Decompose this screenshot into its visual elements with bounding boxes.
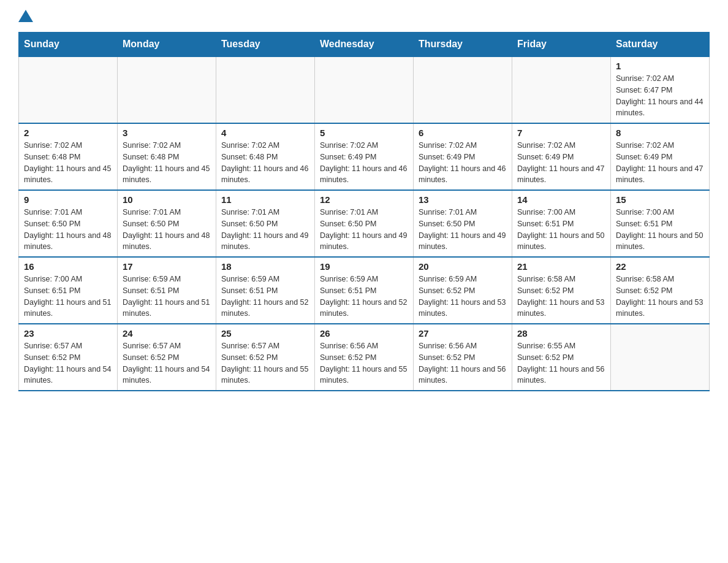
- calendar-cell: 11Sunrise: 7:01 AM Sunset: 6:50 PM Dayli…: [216, 190, 315, 257]
- day-info: Sunrise: 7:02 AM Sunset: 6:49 PM Dayligh…: [320, 140, 408, 186]
- calendar-week-row: 9Sunrise: 7:01 AM Sunset: 6:50 PM Daylig…: [19, 190, 710, 257]
- day-info: Sunrise: 7:02 AM Sunset: 6:48 PM Dayligh…: [24, 140, 112, 186]
- day-number: 26: [320, 328, 408, 339]
- calendar-cell: [216, 56, 315, 123]
- calendar-cell: 3Sunrise: 7:02 AM Sunset: 6:48 PM Daylig…: [118, 123, 216, 190]
- day-info: Sunrise: 7:01 AM Sunset: 6:50 PM Dayligh…: [24, 207, 112, 253]
- calendar-cell: 20Sunrise: 6:59 AM Sunset: 6:52 PM Dayli…: [414, 257, 512, 324]
- day-number: 22: [616, 261, 704, 272]
- day-info: Sunrise: 6:57 AM Sunset: 6:52 PM Dayligh…: [24, 340, 112, 386]
- day-number: 13: [419, 194, 507, 205]
- day-info: Sunrise: 6:59 AM Sunset: 6:52 PM Dayligh…: [419, 274, 507, 320]
- calendar-cell: 13Sunrise: 7:01 AM Sunset: 6:50 PM Dayli…: [414, 190, 512, 257]
- day-number: 17: [123, 261, 211, 272]
- calendar-cell: 10Sunrise: 7:01 AM Sunset: 6:50 PM Dayli…: [118, 190, 216, 257]
- day-info: Sunrise: 7:01 AM Sunset: 6:50 PM Dayligh…: [123, 207, 211, 253]
- day-number: 9: [24, 194, 112, 205]
- day-number: 21: [517, 261, 605, 272]
- day-number: 15: [616, 194, 704, 205]
- day-of-week-header: Sunday: [19, 33, 118, 57]
- day-info: Sunrise: 7:02 AM Sunset: 6:48 PM Dayligh…: [221, 140, 309, 186]
- day-number: 6: [419, 128, 507, 138]
- day-info: Sunrise: 7:02 AM Sunset: 6:47 PM Dayligh…: [616, 73, 704, 119]
- day-number: 1: [616, 61, 704, 71]
- day-info: Sunrise: 7:00 AM Sunset: 6:51 PM Dayligh…: [517, 207, 605, 253]
- day-number: 2: [24, 128, 112, 138]
- day-number: 23: [24, 328, 112, 339]
- calendar-cell: 14Sunrise: 7:00 AM Sunset: 6:51 PM Dayli…: [512, 190, 611, 257]
- calendar-cell: 6Sunrise: 7:02 AM Sunset: 6:49 PM Daylig…: [414, 123, 512, 190]
- calendar-cell: 9Sunrise: 7:01 AM Sunset: 6:50 PM Daylig…: [19, 190, 118, 257]
- day-info: Sunrise: 7:00 AM Sunset: 6:51 PM Dayligh…: [24, 274, 112, 320]
- day-number: 27: [419, 328, 507, 339]
- calendar-cell: [315, 56, 414, 123]
- calendar-cell: [512, 56, 611, 123]
- day-info: Sunrise: 7:00 AM Sunset: 6:51 PM Dayligh…: [616, 207, 704, 253]
- calendar-cell: 7Sunrise: 7:02 AM Sunset: 6:49 PM Daylig…: [512, 123, 611, 190]
- day-info: Sunrise: 6:56 AM Sunset: 6:52 PM Dayligh…: [419, 340, 507, 386]
- day-of-week-header: Thursday: [414, 33, 512, 57]
- day-info: Sunrise: 6:59 AM Sunset: 6:51 PM Dayligh…: [123, 274, 211, 320]
- day-number: 5: [320, 128, 408, 138]
- calendar-week-row: 23Sunrise: 6:57 AM Sunset: 6:52 PM Dayli…: [19, 324, 710, 391]
- day-info: Sunrise: 7:01 AM Sunset: 6:50 PM Dayligh…: [221, 207, 309, 253]
- day-number: 14: [517, 194, 605, 205]
- calendar-cell: [118, 56, 216, 123]
- day-info: Sunrise: 6:58 AM Sunset: 6:52 PM Dayligh…: [517, 274, 605, 320]
- day-of-week-header: Wednesday: [315, 33, 414, 57]
- day-number: 18: [221, 261, 309, 272]
- calendar-week-row: 1Sunrise: 7:02 AM Sunset: 6:47 PM Daylig…: [19, 56, 710, 123]
- day-info: Sunrise: 6:55 AM Sunset: 6:52 PM Dayligh…: [517, 340, 605, 386]
- day-of-week-header: Tuesday: [216, 33, 315, 57]
- day-number: 24: [123, 328, 211, 339]
- day-number: 4: [221, 128, 309, 138]
- calendar-cell: 28Sunrise: 6:55 AM Sunset: 6:52 PM Dayli…: [512, 324, 611, 391]
- calendar-cell: 26Sunrise: 6:56 AM Sunset: 6:52 PM Dayli…: [315, 324, 414, 391]
- logo: [18, 12, 33, 20]
- day-info: Sunrise: 7:02 AM Sunset: 6:49 PM Dayligh…: [419, 140, 507, 186]
- calendar-cell: [19, 56, 118, 123]
- calendar-cell: 1Sunrise: 7:02 AM Sunset: 6:47 PM Daylig…: [611, 56, 710, 123]
- calendar-cell: 22Sunrise: 6:58 AM Sunset: 6:52 PM Dayli…: [611, 257, 710, 324]
- logo-triangle-icon: [18, 10, 33, 22]
- day-info: Sunrise: 7:02 AM Sunset: 6:49 PM Dayligh…: [616, 140, 704, 186]
- calendar-cell: 24Sunrise: 6:57 AM Sunset: 6:52 PM Dayli…: [118, 324, 216, 391]
- day-number: 16: [24, 261, 112, 272]
- day-number: 11: [221, 194, 309, 205]
- day-info: Sunrise: 7:02 AM Sunset: 6:49 PM Dayligh…: [517, 140, 605, 186]
- calendar-cell: 5Sunrise: 7:02 AM Sunset: 6:49 PM Daylig…: [315, 123, 414, 190]
- calendar-cell: 2Sunrise: 7:02 AM Sunset: 6:48 PM Daylig…: [19, 123, 118, 190]
- calendar-cell: 4Sunrise: 7:02 AM Sunset: 6:48 PM Daylig…: [216, 123, 315, 190]
- day-info: Sunrise: 6:56 AM Sunset: 6:52 PM Dayligh…: [320, 340, 408, 386]
- day-number: 10: [123, 194, 211, 205]
- day-number: 3: [123, 128, 211, 138]
- calendar-table: SundayMondayTuesdayWednesdayThursdayFrid…: [18, 32, 710, 391]
- calendar-cell: 27Sunrise: 6:56 AM Sunset: 6:52 PM Dayli…: [414, 324, 512, 391]
- day-info: Sunrise: 6:57 AM Sunset: 6:52 PM Dayligh…: [221, 340, 309, 386]
- day-number: 19: [320, 261, 408, 272]
- calendar-cell: 15Sunrise: 7:00 AM Sunset: 6:51 PM Dayli…: [611, 190, 710, 257]
- day-number: 12: [320, 194, 408, 205]
- calendar-cell: 16Sunrise: 7:00 AM Sunset: 6:51 PM Dayli…: [19, 257, 118, 324]
- day-of-week-header: Friday: [512, 33, 611, 57]
- day-info: Sunrise: 6:57 AM Sunset: 6:52 PM Dayligh…: [123, 340, 211, 386]
- calendar-cell: 18Sunrise: 6:59 AM Sunset: 6:51 PM Dayli…: [216, 257, 315, 324]
- calendar-cell: 25Sunrise: 6:57 AM Sunset: 6:52 PM Dayli…: [216, 324, 315, 391]
- calendar-cell: 21Sunrise: 6:58 AM Sunset: 6:52 PM Dayli…: [512, 257, 611, 324]
- day-number: 7: [517, 128, 605, 138]
- calendar-cell: 23Sunrise: 6:57 AM Sunset: 6:52 PM Dayli…: [19, 324, 118, 391]
- day-number: 28: [517, 328, 605, 339]
- day-number: 25: [221, 328, 309, 339]
- day-info: Sunrise: 7:01 AM Sunset: 6:50 PM Dayligh…: [320, 207, 408, 253]
- calendar-cell: 19Sunrise: 6:59 AM Sunset: 6:51 PM Dayli…: [315, 257, 414, 324]
- calendar-cell: 12Sunrise: 7:01 AM Sunset: 6:50 PM Dayli…: [315, 190, 414, 257]
- day-info: Sunrise: 7:02 AM Sunset: 6:48 PM Dayligh…: [123, 140, 211, 186]
- calendar-week-row: 16Sunrise: 7:00 AM Sunset: 6:51 PM Dayli…: [19, 257, 710, 324]
- calendar-cell: [414, 56, 512, 123]
- calendar-cell: [611, 324, 710, 391]
- day-info: Sunrise: 6:59 AM Sunset: 6:51 PM Dayligh…: [320, 274, 408, 320]
- day-info: Sunrise: 6:59 AM Sunset: 6:51 PM Dayligh…: [221, 274, 309, 320]
- day-of-week-header: Saturday: [611, 33, 710, 57]
- calendar-cell: 8Sunrise: 7:02 AM Sunset: 6:49 PM Daylig…: [611, 123, 710, 190]
- day-of-week-header: Monday: [118, 33, 216, 57]
